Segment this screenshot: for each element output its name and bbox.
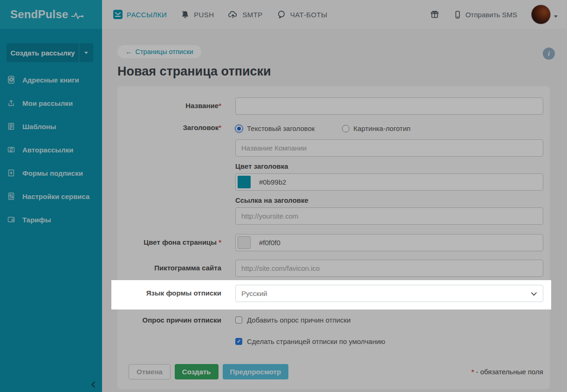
bg-color-row: Цвет фона страницы* xyxy=(129,234,543,251)
default-page-checkbox[interactable]: ✓ xyxy=(235,338,242,345)
header-label: Заголовок* xyxy=(129,123,235,132)
create-mailing-button[interactable]: Создать рассылку xyxy=(7,43,93,62)
sidebar-item-label: Настройки сервиса xyxy=(22,193,89,200)
address-book-icon xyxy=(7,76,15,84)
cloud-upload-icon xyxy=(228,10,238,19)
sidebar-item-label: Авторассылки xyxy=(22,146,73,154)
tab-push[interactable]: PUSH xyxy=(181,10,214,19)
header-color-swatch[interactable] xyxy=(238,176,251,188)
sidebar-item-my-mailings[interactable]: Мои рассылки xyxy=(0,91,102,115)
header-group-row: Цвет заголовка Ссылка на заголовке xyxy=(129,139,543,225)
tab-label: SMTP xyxy=(242,11,262,19)
language-select[interactable]: Русский xyxy=(235,285,543,302)
chevron-down-icon xyxy=(554,15,558,18)
bg-color-input[interactable] xyxy=(235,234,543,251)
tab-smtp[interactable]: SMTP xyxy=(228,10,262,19)
breadcrumb-back-link[interactable]: ← Страницы отписки xyxy=(117,45,201,58)
default-page-checkbox-label[interactable]: Сделать страницей отписки по умолчанию xyxy=(247,337,385,345)
empty-label xyxy=(129,337,235,345)
header-color-input[interactable] xyxy=(235,173,543,191)
bg-color-field xyxy=(235,234,543,251)
create-mailing-label[interactable]: Создать рассылку xyxy=(7,43,79,62)
tab-label: РАССЫЛКИ xyxy=(127,11,167,19)
tab-chatbots[interactable]: ЧАТ-БОТЫ xyxy=(277,10,328,19)
header-type-text-option[interactable]: Текстовый заголовок xyxy=(235,124,315,132)
survey-label: Опрос причин отписки xyxy=(129,315,235,324)
create-mailing-dropdown[interactable] xyxy=(79,43,93,62)
bell-icon xyxy=(181,10,190,19)
company-name-input[interactable] xyxy=(235,139,543,157)
avatar[interactable] xyxy=(531,5,551,24)
top-navigation: РАССЫЛКИ PUSH SMTP ЧАТ-БО xyxy=(102,0,567,29)
send-icon xyxy=(7,99,15,107)
chevron-left-icon xyxy=(90,381,97,388)
sliders-icon xyxy=(7,192,15,200)
sidebar-item-label: Формы подписки xyxy=(22,169,83,177)
favicon-input[interactable] xyxy=(235,260,543,277)
sidebar-item-label: Мои рассылки xyxy=(22,99,73,107)
sidebar-item-service-settings[interactable]: Настройки сервиса xyxy=(0,185,102,208)
info-button[interactable]: i xyxy=(543,48,555,60)
sidebar-item-subscription-forms[interactable]: Формы подписки xyxy=(0,161,102,185)
form-plus-icon xyxy=(7,169,15,177)
required-asterisk: * xyxy=(219,238,221,246)
sidebar-item-pricing[interactable]: Тарифы xyxy=(0,208,102,231)
tab-mailings[interactable]: РАССЫЛКИ xyxy=(113,10,167,19)
chevron-down-icon xyxy=(84,52,88,54)
language-selected-value: Русский xyxy=(241,289,267,297)
preview-button[interactable]: Предпросмотр xyxy=(223,364,289,379)
chat-bubble-icon xyxy=(277,10,286,19)
sidebar-item-label: Шаблоны xyxy=(22,123,56,131)
template-icon xyxy=(7,122,15,131)
page-content: ← Страницы отписки i Новая страница отпи… xyxy=(102,29,567,392)
check-icon: ✓ xyxy=(237,338,241,344)
wallet-icon xyxy=(7,215,15,224)
survey-row: Опрос причин отписки Добавить опрос прич… xyxy=(129,315,543,324)
sidebar: SendPulse Создать рассылку Адресные книг… xyxy=(0,0,102,392)
tab-label: PUSH xyxy=(194,11,214,19)
form-actions: Отмена Создать Предпросмотр * - обязател… xyxy=(129,364,543,379)
name-input[interactable] xyxy=(235,97,543,115)
phone-icon xyxy=(453,10,462,19)
send-sms-button[interactable]: Отправить SMS xyxy=(453,10,517,19)
automation-icon xyxy=(7,145,15,154)
name-label: Название* xyxy=(129,97,235,115)
radio-unselected-icon[interactable] xyxy=(342,125,349,132)
radio-label: Текстовый заголовок xyxy=(247,124,315,132)
sidebar-item-address-books[interactable]: Адресные книги xyxy=(0,68,102,91)
brand-logo[interactable]: SendPulse xyxy=(10,8,68,21)
send-sms-label: Отправить SMS xyxy=(465,11,517,19)
sidebar-item-autoresponders[interactable]: Авторассылки xyxy=(0,138,102,161)
required-asterisk: * xyxy=(219,124,221,131)
name-row: Название* xyxy=(129,97,543,115)
gift-icon[interactable] xyxy=(430,10,439,19)
cancel-button[interactable]: Отмена xyxy=(129,364,171,379)
header-link-input[interactable] xyxy=(235,207,543,225)
sidebar-item-label: Тарифы xyxy=(22,216,51,224)
account-menu[interactable] xyxy=(531,5,558,24)
empty-label xyxy=(129,139,235,225)
main-area: РАССЫЛКИ PUSH SMTP ЧАТ-БО xyxy=(102,0,567,392)
create-button[interactable]: Создать xyxy=(175,364,219,379)
default-page-row: ✓ Сделать страницей отписки по умолчанию xyxy=(129,337,543,345)
bg-color-label: Цвет фона страницы* xyxy=(129,234,235,251)
chevron-down-icon xyxy=(531,292,537,296)
sidebar-item-templates[interactable]: Шаблоны xyxy=(0,115,102,138)
survey-checkbox-label[interactable]: Добавить опрос причин отписки xyxy=(247,316,351,324)
header-type-image-option[interactable]: Картинка-логотип xyxy=(342,124,411,132)
required-asterisk: * xyxy=(471,368,474,376)
envelope-icon xyxy=(113,10,123,19)
header-type-row: Заголовок* Текстовый заголовок Картинка-… xyxy=(129,123,543,132)
app-window: SendPulse Создать рассылку Адресные книг… xyxy=(0,0,567,392)
survey-checkbox[interactable] xyxy=(235,316,242,323)
bg-color-swatch[interactable] xyxy=(238,236,251,249)
sidebar-collapse-button[interactable] xyxy=(90,381,97,390)
back-arrow-icon: ← xyxy=(125,48,132,55)
language-row: Язык формы отписки Русский xyxy=(129,285,543,302)
radio-selected-icon[interactable] xyxy=(235,125,243,132)
tab-label: ЧАТ-БОТЫ xyxy=(290,11,328,19)
header-link-label: Ссылка на заголовке xyxy=(235,196,543,204)
language-label: Язык формы отписки xyxy=(129,285,235,302)
favicon-label: Пиктограмма сайта xyxy=(129,260,235,277)
pulse-icon xyxy=(71,11,85,20)
